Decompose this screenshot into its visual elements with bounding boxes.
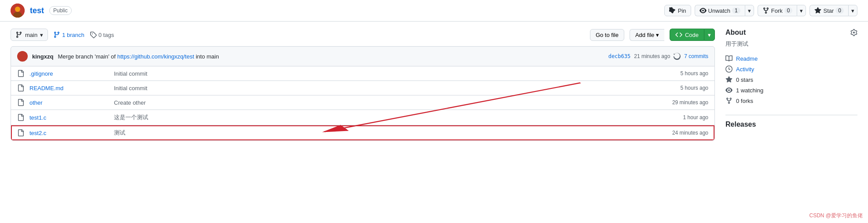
about-title: About [725,29,857,37]
branch-bar: main ▾ 1 branch 0 tags Go to file Add fi… [11,29,715,41]
activity-link[interactable]: Activity [736,66,754,73]
add-file-chevron: ▾ [656,32,659,38]
code-icon [675,31,682,38]
add-file-label: Add file [635,32,654,38]
goto-file-button[interactable]: Go to file [590,29,624,41]
activity-item[interactable]: Activity [725,64,857,74]
unwatch-dropdown[interactable]: ▾ [745,5,754,16]
fork-dropdown[interactable]: ▾ [797,5,806,16]
branch-name: main [25,32,37,38]
code-button[interactable]: Code [670,29,704,41]
readme-link[interactable]: Readme [736,55,758,62]
file-row: README.md Initial commit 5 hours ago [11,81,714,95]
commit-message: Merge branch 'main' of https://github.co… [58,53,604,60]
fork-label: Fork [771,7,783,14]
branch-icon [15,31,22,38]
file-name[interactable]: README.md [29,85,109,91]
file-row: .gitignore Initial commit 5 hours ago [11,66,714,81]
file-icon [17,129,24,136]
tags-count: 0 tags [99,32,114,38]
code-dropdown[interactable]: ▾ [704,29,715,41]
file-row: test1.c 这是一个测试 1 hour ago [11,110,714,125]
branch-select[interactable]: main ▾ [11,29,48,41]
sidebar-divider [725,115,857,115]
fork-button[interactable]: Fork 0 [758,5,797,16]
file-commit-msg: Initial commit [114,85,675,91]
stars-item[interactable]: 0 stars [725,74,857,85]
stars-count: 0 stars [736,77,753,83]
pin-icon [669,7,676,14]
commit-meta: decb635 21 minutes ago 7 commits [608,53,708,60]
watching-item[interactable]: 1 watching [725,85,857,95]
star-count: 0 [835,7,844,14]
repo-name[interactable]: test [30,6,44,15]
branch-count-link[interactable]: 1 branch [53,31,84,38]
branch-count: 1 branch [62,32,84,38]
forks-count: 0 forks [736,98,753,104]
readme-item[interactable]: Readme [725,53,857,64]
activity-icon [725,66,732,73]
file-commit-msg: 测试 [114,129,667,137]
pin-button[interactable]: Pin [664,5,691,16]
star-button[interactable]: Star 0 [809,5,848,16]
fork-icon [762,7,769,14]
file-time: 29 minutes ago [672,99,708,106]
tag-icon [90,31,97,38]
releases-title: Releases [725,121,857,128]
code-label: Code [685,32,699,38]
star-label: Star [823,7,834,14]
releases-section: Releases [725,121,857,128]
file-name[interactable]: other [29,99,109,106]
commit-bar: kingxzq Merge branch 'main' of https://g… [11,46,715,66]
file-row-highlighted: test2.c 测试 24 minutes ago [11,125,714,140]
unwatch-label: Unwatch [708,7,731,14]
tags-count-link[interactable]: 0 tags [90,31,114,38]
add-file-group: Add file ▾ [630,29,664,41]
visibility-badge: Public [49,6,72,15]
branch-count-icon [53,31,60,38]
top-bar: test Public Pin Unwatch 1 ▾ Fork 0 ▾ [0,0,868,22]
commit-time: 21 minutes ago [634,53,670,59]
file-icon [17,99,24,106]
file-name[interactable]: .gitignore [29,70,109,77]
fork-sidebar-icon [725,97,732,104]
commits-count: 7 commits [684,53,708,59]
gear-icon[interactable] [850,29,857,36]
file-time: 5 hours ago [681,85,708,91]
star-icon [814,7,821,14]
book-icon [725,55,732,62]
star-group: Star 0 ▾ [809,5,857,16]
file-table: .gitignore Initial commit 5 hours ago RE… [11,66,715,141]
top-actions: Pin Unwatch 1 ▾ Fork 0 ▾ Star [664,5,857,16]
main-content: main ▾ 1 branch 0 tags Go to file Add fi… [0,22,868,148]
file-icon [17,114,24,121]
add-file-button[interactable]: Add file ▾ [630,29,664,41]
commit-hash[interactable]: decb635 [608,53,631,59]
svg-point-1 [15,7,20,12]
branch-chevron-icon: ▾ [40,32,43,38]
forks-item[interactable]: 0 forks [725,95,857,106]
file-time: 1 hour ago [683,114,708,121]
commit-msg-pre: Merge branch 'main' of [58,53,117,60]
commit-msg-post: into main [194,53,219,60]
star-dropdown[interactable]: ▾ [848,5,857,16]
sidebar: About 用于测试 Readme Activity 0 stars 1 wat… [725,29,857,141]
file-commit-msg: 这是一个测试 [114,113,678,121]
file-commit-msg: Create other [114,99,667,106]
unwatch-button[interactable]: Unwatch 1 [695,5,745,16]
repo-files-wrapper: kingxzq Merge branch 'main' of https://g… [11,46,715,141]
commit-repo-link[interactable]: https://github.com/kingxzq/test [117,53,194,60]
commit-author[interactable]: kingxzq [32,53,53,60]
fork-count: 0 [784,7,793,14]
fork-group: Fork 0 ▾ [758,5,806,16]
about-section: About 用于测试 Readme Activity 0 stars 1 wat… [725,29,857,106]
repo-avatar [11,4,25,18]
file-name-test2[interactable]: test2.c [29,130,109,136]
code-group: Code ▾ [670,29,715,41]
unwatch-group: Unwatch 1 ▾ [695,5,754,16]
file-row: other Create other 29 minutes ago [11,95,714,110]
about-title-text: About [725,29,746,37]
file-name[interactable]: test1.c [29,114,109,121]
eye-sidebar-icon [725,87,732,94]
commits-link[interactable]: 7 commits [684,53,708,59]
